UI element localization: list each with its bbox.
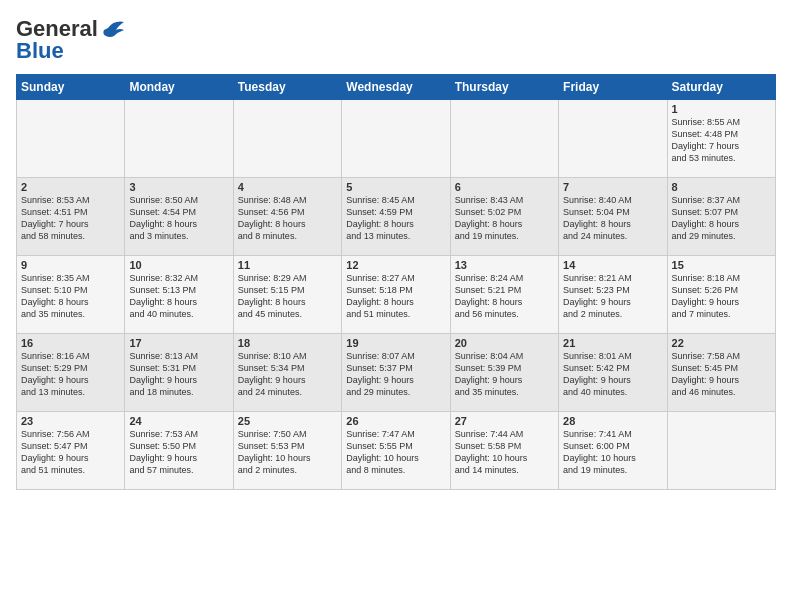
week-row-1: 2Sunrise: 8:53 AM Sunset: 4:51 PM Daylig… (17, 178, 776, 256)
day-cell: 4Sunrise: 8:48 AM Sunset: 4:56 PM Daylig… (233, 178, 341, 256)
day-info: Sunrise: 8:24 AM Sunset: 5:21 PM Dayligh… (455, 272, 554, 321)
main-container: General Blue SundayMondayTuesdayWednesda… (0, 0, 792, 498)
day-cell: 1Sunrise: 8:55 AM Sunset: 4:48 PM Daylig… (667, 100, 775, 178)
day-cell (667, 412, 775, 490)
day-number: 16 (21, 337, 120, 349)
day-info: Sunrise: 8:29 AM Sunset: 5:15 PM Dayligh… (238, 272, 337, 321)
day-cell (125, 100, 233, 178)
day-cell: 25Sunrise: 7:50 AM Sunset: 5:53 PM Dayli… (233, 412, 341, 490)
col-header-friday: Friday (559, 75, 667, 100)
calendar-header-row: SundayMondayTuesdayWednesdayThursdayFrid… (17, 75, 776, 100)
day-number: 1 (672, 103, 771, 115)
day-info: Sunrise: 8:55 AM Sunset: 4:48 PM Dayligh… (672, 116, 771, 165)
day-info: Sunrise: 8:27 AM Sunset: 5:18 PM Dayligh… (346, 272, 445, 321)
day-info: Sunrise: 7:41 AM Sunset: 6:00 PM Dayligh… (563, 428, 662, 477)
day-cell: 3Sunrise: 8:50 AM Sunset: 4:54 PM Daylig… (125, 178, 233, 256)
day-cell: 16Sunrise: 8:16 AM Sunset: 5:29 PM Dayli… (17, 334, 125, 412)
day-info: Sunrise: 8:50 AM Sunset: 4:54 PM Dayligh… (129, 194, 228, 243)
day-number: 11 (238, 259, 337, 271)
day-cell: 23Sunrise: 7:56 AM Sunset: 5:47 PM Dayli… (17, 412, 125, 490)
day-number: 21 (563, 337, 662, 349)
day-number: 19 (346, 337, 445, 349)
calendar-table: SundayMondayTuesdayWednesdayThursdayFrid… (16, 74, 776, 490)
day-info: Sunrise: 8:32 AM Sunset: 5:13 PM Dayligh… (129, 272, 228, 321)
day-number: 8 (672, 181, 771, 193)
day-info: Sunrise: 8:10 AM Sunset: 5:34 PM Dayligh… (238, 350, 337, 399)
day-info: Sunrise: 8:40 AM Sunset: 5:04 PM Dayligh… (563, 194, 662, 243)
day-info: Sunrise: 7:44 AM Sunset: 5:58 PM Dayligh… (455, 428, 554, 477)
week-row-4: 23Sunrise: 7:56 AM Sunset: 5:47 PM Dayli… (17, 412, 776, 490)
col-header-tuesday: Tuesday (233, 75, 341, 100)
day-cell: 6Sunrise: 8:43 AM Sunset: 5:02 PM Daylig… (450, 178, 558, 256)
day-number: 2 (21, 181, 120, 193)
day-info: Sunrise: 8:04 AM Sunset: 5:39 PM Dayligh… (455, 350, 554, 399)
day-cell: 8Sunrise: 8:37 AM Sunset: 5:07 PM Daylig… (667, 178, 775, 256)
day-cell: 24Sunrise: 7:53 AM Sunset: 5:50 PM Dayli… (125, 412, 233, 490)
day-info: Sunrise: 7:53 AM Sunset: 5:50 PM Dayligh… (129, 428, 228, 477)
day-number: 14 (563, 259, 662, 271)
day-info: Sunrise: 8:07 AM Sunset: 5:37 PM Dayligh… (346, 350, 445, 399)
header: General Blue (16, 16, 776, 64)
day-number: 24 (129, 415, 228, 427)
day-cell: 2Sunrise: 8:53 AM Sunset: 4:51 PM Daylig… (17, 178, 125, 256)
day-cell (559, 100, 667, 178)
col-header-monday: Monday (125, 75, 233, 100)
day-number: 23 (21, 415, 120, 427)
logo-bird-icon (100, 18, 126, 40)
day-cell: 26Sunrise: 7:47 AM Sunset: 5:55 PM Dayli… (342, 412, 450, 490)
week-row-3: 16Sunrise: 8:16 AM Sunset: 5:29 PM Dayli… (17, 334, 776, 412)
day-number: 13 (455, 259, 554, 271)
day-number: 27 (455, 415, 554, 427)
day-info: Sunrise: 7:47 AM Sunset: 5:55 PM Dayligh… (346, 428, 445, 477)
day-info: Sunrise: 8:45 AM Sunset: 4:59 PM Dayligh… (346, 194, 445, 243)
day-number: 6 (455, 181, 554, 193)
day-number: 7 (563, 181, 662, 193)
day-cell (450, 100, 558, 178)
col-header-saturday: Saturday (667, 75, 775, 100)
day-cell: 27Sunrise: 7:44 AM Sunset: 5:58 PM Dayli… (450, 412, 558, 490)
day-cell: 12Sunrise: 8:27 AM Sunset: 5:18 PM Dayli… (342, 256, 450, 334)
day-cell: 11Sunrise: 8:29 AM Sunset: 5:15 PM Dayli… (233, 256, 341, 334)
day-number: 15 (672, 259, 771, 271)
col-header-thursday: Thursday (450, 75, 558, 100)
day-cell: 18Sunrise: 8:10 AM Sunset: 5:34 PM Dayli… (233, 334, 341, 412)
day-cell: 21Sunrise: 8:01 AM Sunset: 5:42 PM Dayli… (559, 334, 667, 412)
day-info: Sunrise: 8:37 AM Sunset: 5:07 PM Dayligh… (672, 194, 771, 243)
week-row-0: 1Sunrise: 8:55 AM Sunset: 4:48 PM Daylig… (17, 100, 776, 178)
day-info: Sunrise: 8:53 AM Sunset: 4:51 PM Dayligh… (21, 194, 120, 243)
day-cell: 22Sunrise: 7:58 AM Sunset: 5:45 PM Dayli… (667, 334, 775, 412)
day-number: 9 (21, 259, 120, 271)
day-info: Sunrise: 8:43 AM Sunset: 5:02 PM Dayligh… (455, 194, 554, 243)
day-cell: 9Sunrise: 8:35 AM Sunset: 5:10 PM Daylig… (17, 256, 125, 334)
day-cell: 28Sunrise: 7:41 AM Sunset: 6:00 PM Dayli… (559, 412, 667, 490)
day-info: Sunrise: 8:01 AM Sunset: 5:42 PM Dayligh… (563, 350, 662, 399)
day-cell: 14Sunrise: 8:21 AM Sunset: 5:23 PM Dayli… (559, 256, 667, 334)
day-cell: 13Sunrise: 8:24 AM Sunset: 5:21 PM Dayli… (450, 256, 558, 334)
day-cell (233, 100, 341, 178)
day-info: Sunrise: 8:16 AM Sunset: 5:29 PM Dayligh… (21, 350, 120, 399)
col-header-sunday: Sunday (17, 75, 125, 100)
week-row-2: 9Sunrise: 8:35 AM Sunset: 5:10 PM Daylig… (17, 256, 776, 334)
day-number: 25 (238, 415, 337, 427)
day-info: Sunrise: 7:58 AM Sunset: 5:45 PM Dayligh… (672, 350, 771, 399)
day-cell: 5Sunrise: 8:45 AM Sunset: 4:59 PM Daylig… (342, 178, 450, 256)
day-number: 3 (129, 181, 228, 193)
day-info: Sunrise: 8:13 AM Sunset: 5:31 PM Dayligh… (129, 350, 228, 399)
day-info: Sunrise: 8:35 AM Sunset: 5:10 PM Dayligh… (21, 272, 120, 321)
day-cell (17, 100, 125, 178)
day-number: 28 (563, 415, 662, 427)
day-info: Sunrise: 7:56 AM Sunset: 5:47 PM Dayligh… (21, 428, 120, 477)
calendar-body: 1Sunrise: 8:55 AM Sunset: 4:48 PM Daylig… (17, 100, 776, 490)
day-number: 20 (455, 337, 554, 349)
day-cell: 10Sunrise: 8:32 AM Sunset: 5:13 PM Dayli… (125, 256, 233, 334)
day-info: Sunrise: 8:21 AM Sunset: 5:23 PM Dayligh… (563, 272, 662, 321)
day-cell: 15Sunrise: 8:18 AM Sunset: 5:26 PM Dayli… (667, 256, 775, 334)
day-cell: 19Sunrise: 8:07 AM Sunset: 5:37 PM Dayli… (342, 334, 450, 412)
day-number: 18 (238, 337, 337, 349)
logo: General Blue (16, 16, 126, 64)
day-cell: 20Sunrise: 8:04 AM Sunset: 5:39 PM Dayli… (450, 334, 558, 412)
day-cell (342, 100, 450, 178)
day-number: 26 (346, 415, 445, 427)
day-info: Sunrise: 8:18 AM Sunset: 5:26 PM Dayligh… (672, 272, 771, 321)
day-info: Sunrise: 8:48 AM Sunset: 4:56 PM Dayligh… (238, 194, 337, 243)
